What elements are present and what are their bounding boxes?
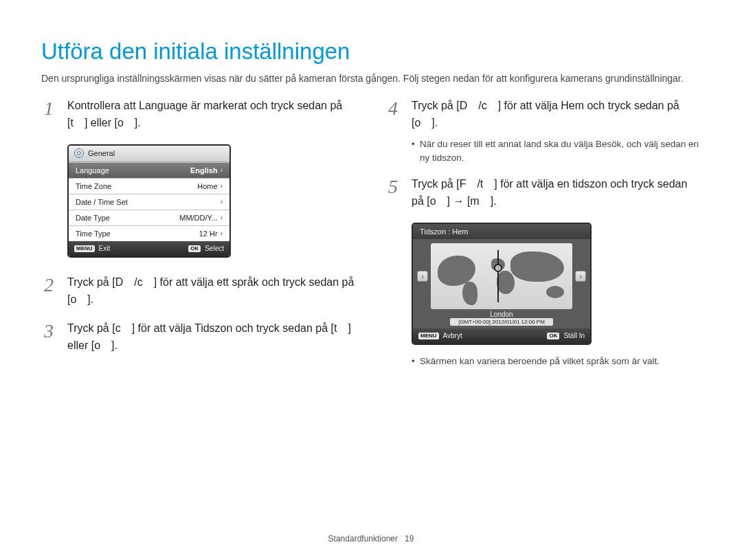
step-2: 2 Tryck på [D /c ] för att välja ett spr… xyxy=(41,274,357,309)
step-number: 1 xyxy=(44,93,54,123)
ok-badge: OK xyxy=(188,245,201,252)
tz-next-button[interactable]: › xyxy=(575,271,586,282)
page-title: Utföra den initiala inställningen xyxy=(41,38,701,65)
tz-city: London xyxy=(413,311,590,318)
left-column: 1 Kontrollera att Language är markerat o… xyxy=(41,98,357,379)
chevron-right-icon: › xyxy=(221,198,223,205)
gear-icon xyxy=(74,148,84,158)
menu-row-timezone[interactable]: Time Zone Home› xyxy=(69,178,229,194)
tz-set-label[interactable]: Ställ In xyxy=(563,332,585,339)
step-number: 2 xyxy=(44,270,54,300)
row-label: Language xyxy=(76,166,109,175)
tz-marker-icon xyxy=(497,250,499,302)
chevron-right-icon: › xyxy=(221,214,223,221)
ok-badge: OK xyxy=(547,333,559,339)
chevron-right-icon: › xyxy=(221,182,223,190)
world-map xyxy=(431,243,572,309)
chevron-right-icon: › xyxy=(221,166,223,174)
row-label: Date / Time Set xyxy=(76,198,128,206)
step-4-note: När du reser till ett annat land ska du … xyxy=(385,137,701,166)
chevron-right-icon: › xyxy=(221,229,223,237)
page-footer: Standardfunktioner 19 xyxy=(0,534,742,544)
row-label: Date Type xyxy=(76,214,110,222)
row-value: 12 Hr xyxy=(199,229,218,238)
tz-timestamp: [GMT+00:00] 2012/01/01 12:00 PM xyxy=(450,318,553,326)
menu-badge: MENU xyxy=(418,333,439,339)
step-text: Tryck på [c ] för att välja Tidszon och … xyxy=(67,322,351,351)
menu-row-timetype[interactable]: Time Type 12 Hr› xyxy=(69,225,229,241)
note-text: Skärmen kan variera beroende på vilket s… xyxy=(420,356,660,366)
footer-label: Standardfunktioner xyxy=(328,534,398,544)
menu-badge: MENU xyxy=(74,245,95,252)
footer-page: 19 xyxy=(405,534,414,544)
menu-header-label: General xyxy=(88,149,115,157)
step-text: Tryck på [D /c ] för att välja Hem och t… xyxy=(412,100,679,128)
right-column: 4 Tryck på [D /c ] för att välja Hem och… xyxy=(385,98,701,379)
step-5-note: Skärmen kan variera beroende på vilket s… xyxy=(385,355,701,368)
step-3: 3 Tryck på [c ] för att välja Tidszon oc… xyxy=(41,320,357,355)
intro-text: Den ursprungliga inställningsskärmen vis… xyxy=(41,71,701,85)
step-number: 5 xyxy=(388,172,398,201)
step-text: Tryck på [D /c ] för att välja ett språk… xyxy=(67,276,354,305)
tz-cancel-label[interactable]: Avbryt xyxy=(443,332,462,339)
step-text: Tryck på [F /t ] för att välja en tidszo… xyxy=(412,178,687,207)
tz-marker-dot-icon xyxy=(494,264,502,272)
row-value: Home xyxy=(197,182,217,190)
step-4: 4 Tryck på [D /c ] för att välja Hem och… xyxy=(385,98,701,132)
row-value: English xyxy=(190,166,218,175)
tz-header: Tidszon : Hem xyxy=(413,224,590,239)
menu-select-label[interactable]: Select xyxy=(205,245,224,252)
camera-menu-screenshot: General Language English› Time Zone Home… xyxy=(67,144,231,258)
step-5: 5 Tryck på [F /t ] för att välja en tids… xyxy=(385,176,701,210)
step-number: 4 xyxy=(388,93,398,123)
menu-footer: MENU Exit OK Select xyxy=(69,241,229,256)
step-text: Kontrollera att Language är markerat och… xyxy=(67,100,342,128)
timezone-screenshot: Tidszon : Hem ‹ › xyxy=(412,223,592,345)
tz-prev-button[interactable]: ‹ xyxy=(417,271,428,282)
row-label: Time Type xyxy=(76,229,111,238)
row-label: Time Zone xyxy=(76,182,111,190)
menu-exit-label[interactable]: Exit xyxy=(99,245,111,252)
step-1: 1 Kontrollera att Language är markerat o… xyxy=(41,98,357,132)
menu-row-language[interactable]: Language English› xyxy=(69,162,229,178)
tz-footer: MENU Avbryt OK Ställ In xyxy=(413,328,590,344)
step-number: 3 xyxy=(44,316,54,346)
note-text: När du reser till ett annat land ska du … xyxy=(420,139,699,163)
row-value: MM/DD/Y... xyxy=(179,214,217,222)
menu-row-datetype[interactable]: Date Type MM/DD/Y...› xyxy=(69,210,229,225)
menu-header: General xyxy=(69,146,229,162)
menu-row-datetimeset[interactable]: Date / Time Set › xyxy=(69,194,229,210)
